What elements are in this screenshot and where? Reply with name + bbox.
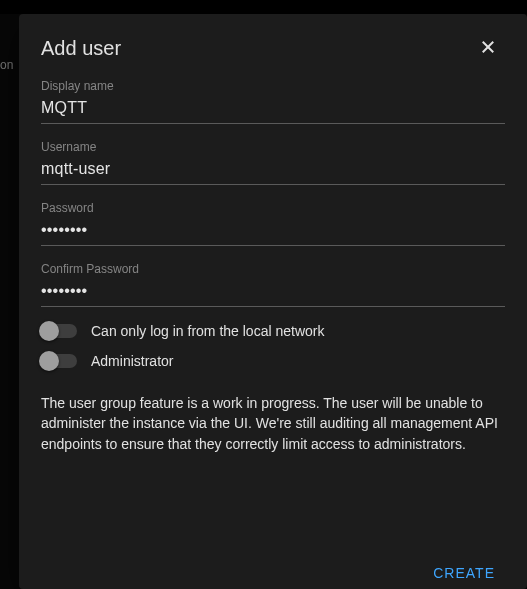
password-field: Password [41, 201, 505, 246]
background-text-left: on [0, 58, 13, 72]
info-text: The user group feature is a work in prog… [41, 393, 505, 454]
dialog-actions: CREATE [19, 543, 527, 589]
username-field: Username [41, 140, 505, 185]
close-button[interactable] [473, 32, 503, 65]
close-icon [479, 38, 497, 59]
confirm-password-label: Confirm Password [41, 262, 505, 276]
display-name-input[interactable] [41, 95, 505, 124]
administrator-label: Administrator [91, 353, 173, 369]
username-input[interactable] [41, 156, 505, 185]
dialog-title: Add user [41, 37, 121, 60]
add-user-dialog: Add user Display name Username Password … [19, 14, 527, 589]
administrator-row: Administrator [41, 353, 505, 369]
local-only-toggle[interactable] [41, 324, 77, 338]
administrator-toggle[interactable] [41, 354, 77, 368]
local-only-label: Can only log in from the local network [91, 323, 324, 339]
display-name-label: Display name [41, 79, 505, 93]
create-button[interactable]: CREATE [421, 557, 507, 589]
confirm-password-input[interactable] [41, 278, 505, 307]
dialog-header: Add user [19, 14, 527, 79]
dialog-body: Display name Username Password Confirm P… [19, 79, 527, 543]
password-input[interactable] [41, 217, 505, 246]
username-label: Username [41, 140, 505, 154]
password-label: Password [41, 201, 505, 215]
toggle-thumb-icon [39, 351, 59, 371]
toggle-thumb-icon [39, 321, 59, 341]
confirm-password-field: Confirm Password [41, 262, 505, 307]
local-only-row: Can only log in from the local network [41, 323, 505, 339]
display-name-field: Display name [41, 79, 505, 124]
